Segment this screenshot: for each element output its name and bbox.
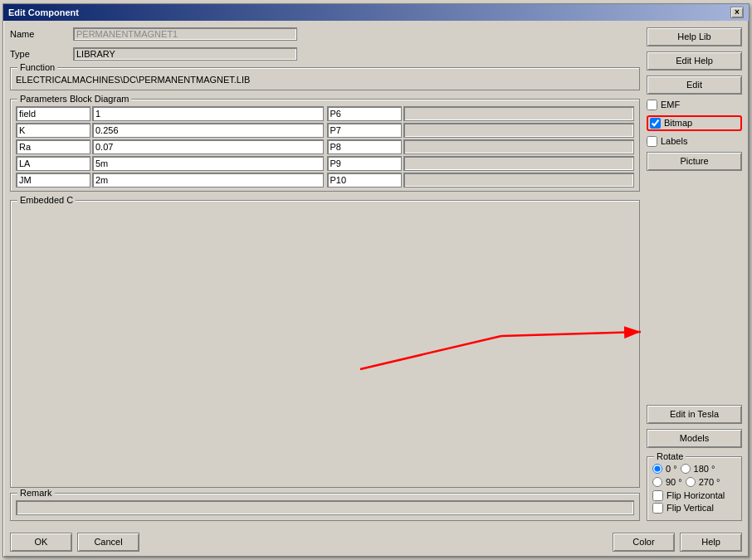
param-label-p7: P7 <box>327 123 402 138</box>
type-label: Type <box>10 49 68 59</box>
remark-input[interactable] <box>16 500 634 515</box>
bitmap-label: Bitmap <box>664 118 692 128</box>
window-body: Name Type Function ELECTRICALMACHINES\DC… <box>3 21 749 528</box>
right-panel: Help Lib Edit Help Edit EMF Bitmap Label… <box>647 27 742 521</box>
param-value-p6 <box>403 106 635 121</box>
params-right: P6 P7 P8 P9 <box>327 106 635 187</box>
param-row-jm: JM 2m <box>16 173 324 187</box>
function-group: Function ELECTRICALMACHINES\DC\PERMANENT… <box>10 67 640 90</box>
param-row-p8: P8 <box>327 139 635 154</box>
emf-row: EMF <box>647 100 742 110</box>
param-value-jm: 2m <box>92 173 324 187</box>
close-button[interactable]: × <box>730 7 744 18</box>
flip-horizontal-label: Flip Horizontal <box>667 490 725 500</box>
param-row-p7: P7 <box>327 123 635 138</box>
rotate-90-row: 90 ° <box>652 477 682 487</box>
rotate-label: Rotate <box>654 451 686 461</box>
rotate-90-label: 90 ° <box>666 477 682 487</box>
type-input[interactable] <box>73 47 297 61</box>
name-label: Name <box>10 29 68 39</box>
params-label: Parameters Block Diagram <box>17 94 131 104</box>
embedded-c-label: Embedded C <box>17 195 76 205</box>
param-row-ra: Ra 0.07 <box>16 139 324 154</box>
param-value-ra: 0.07 <box>92 139 324 154</box>
rotate-180-row: 180 ° <box>681 464 715 474</box>
remark-group: Remark <box>10 493 640 521</box>
ok-button[interactable]: OK <box>10 533 72 552</box>
remark-label: Remark <box>17 488 55 498</box>
function-value: ELECTRICALMACHINES\DC\PERMANENTMAGNET.LI… <box>16 73 250 86</box>
rotate-0-row: 0 ° <box>652 464 677 474</box>
param-label-k: K <box>16 123 90 138</box>
param-row-p10: P10 <box>327 173 635 187</box>
param-value-p9 <box>403 156 635 171</box>
rotate-270-radio[interactable] <box>686 477 696 487</box>
rotate-group: Rotate 0 ° 180 ° 90 ° <box>647 456 742 521</box>
param-value-p8 <box>403 139 635 154</box>
labels-label: Labels <box>661 136 687 146</box>
rotate-180-label: 180 ° <box>694 464 715 474</box>
labels-row: Labels <box>647 136 742 147</box>
flip-horizontal-checkbox[interactable] <box>652 490 663 501</box>
help-button[interactable]: Help <box>680 533 742 552</box>
params-columns: field 1 K 0.256 Ra 0.07 LA <box>16 106 634 187</box>
param-label-jm: JM <box>16 173 90 187</box>
right-bottom-buttons: Color Help <box>613 533 742 552</box>
help-lib-button[interactable]: Help Lib <box>647 27 742 46</box>
function-label: Function <box>17 62 57 72</box>
param-value-field: 1 <box>92 106 324 121</box>
param-label-field: field <box>16 106 90 121</box>
rotate-90-radio[interactable] <box>652 477 662 487</box>
param-label-p10: P10 <box>327 173 402 187</box>
params-left: field 1 K 0.256 Ra 0.07 LA <box>16 106 324 187</box>
cancel-button[interactable]: Cancel <box>77 533 139 552</box>
param-value-p10 <box>403 173 635 187</box>
bottom-buttons: OK Cancel Color Help <box>3 528 749 557</box>
main-window: Edit Component × Name Type Function ELEC… <box>2 3 750 558</box>
rotate-0-label: 0 ° <box>666 464 677 474</box>
flip-horizontal-row: Flip Horizontal <box>652 490 736 501</box>
window-title: Edit Component <box>8 7 79 17</box>
models-button[interactable]: Models <box>647 429 742 448</box>
edit-in-tesla-button[interactable]: Edit in Tesla <box>647 405 742 424</box>
labels-checkbox[interactable] <box>647 136 657 147</box>
rotate-row1: 0 ° 180 ° <box>652 464 736 475</box>
param-label-ra: Ra <box>16 139 90 154</box>
rotate-270-label: 270 ° <box>699 477 720 487</box>
name-input[interactable] <box>73 27 297 41</box>
emf-label: EMF <box>661 100 680 110</box>
params-group: Parameters Block Diagram field 1 K 0.256 <box>10 99 640 192</box>
embedded-c-group: Embedded C <box>10 200 640 488</box>
param-label-p9: P9 <box>327 156 402 171</box>
bitmap-row: Bitmap <box>647 115 742 131</box>
type-row: Type <box>10 47 640 61</box>
edit-help-button[interactable]: Edit Help <box>647 51 742 71</box>
param-row-la: LA 5m <box>16 156 324 171</box>
param-value-p7 <box>403 123 635 138</box>
param-value-k: 0.256 <box>92 123 324 138</box>
title-bar: Edit Component × <box>3 4 749 21</box>
param-value-la: 5m <box>92 156 324 171</box>
rotate-0-radio[interactable] <box>652 464 662 474</box>
flip-vertical-row: Flip Vertical <box>652 503 736 514</box>
rotate-row2: 90 ° 270 ° <box>652 477 736 489</box>
param-row-k: K 0.256 <box>16 123 324 138</box>
param-row-p9: P9 <box>327 156 635 171</box>
param-label-la: LA <box>16 156 90 171</box>
name-row: Name <box>10 27 640 41</box>
picture-button[interactable]: Picture <box>647 152 742 171</box>
bitmap-checkbox[interactable] <box>650 118 661 129</box>
rotate-180-radio[interactable] <box>681 464 691 474</box>
param-row-field: field 1 <box>16 106 324 121</box>
flip-vertical-label: Flip Vertical <box>667 503 714 513</box>
left-bottom-buttons: OK Cancel <box>10 533 139 552</box>
left-panel: Name Type Function ELECTRICALMACHINES\DC… <box>10 27 640 521</box>
param-label-p6: P6 <box>327 106 402 121</box>
color-button[interactable]: Color <box>613 533 675 552</box>
param-row-p6: P6 <box>327 106 635 121</box>
edit-button[interactable]: Edit <box>647 75 742 95</box>
emf-checkbox[interactable] <box>647 100 657 110</box>
rotate-270-row: 270 ° <box>686 477 720 487</box>
param-label-p8: P8 <box>327 139 402 154</box>
flip-vertical-checkbox[interactable] <box>652 503 663 514</box>
